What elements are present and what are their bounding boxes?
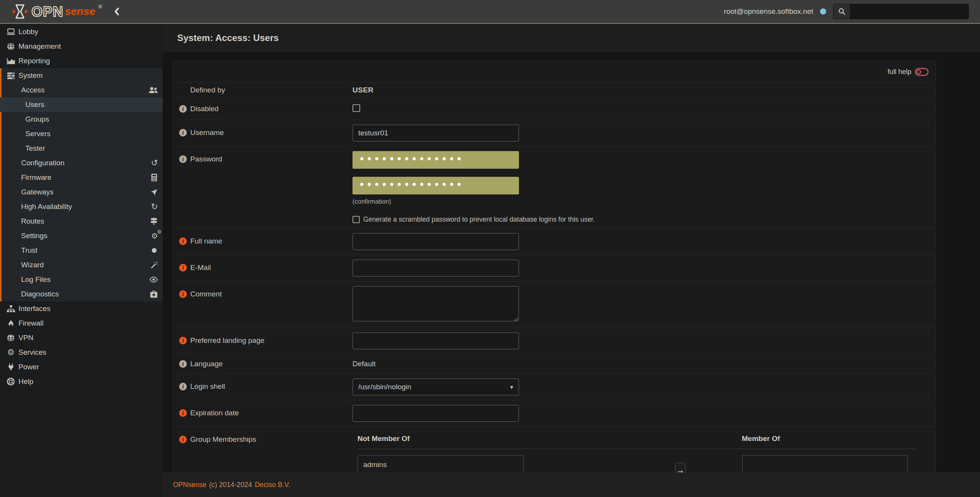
- sidebar-item-reporting[interactable]: Reporting: [0, 54, 163, 68]
- info-icon[interactable]: [179, 105, 187, 113]
- history-icon: ↺: [151, 159, 158, 167]
- sidebar-item-trust[interactable]: Trust: [0, 243, 163, 258]
- scramble-password-option: Generate a scrambled password to prevent…: [352, 216, 929, 224]
- info-icon[interactable]: [179, 129, 187, 137]
- form-row-password: Password •••••••••••••• •••••••••••••• (…: [173, 146, 936, 228]
- location-arrow-icon: [150, 188, 158, 196]
- info-icon[interactable]: [179, 337, 187, 344]
- content: full help Defined by USER: [163, 52, 980, 497]
- info-icon[interactable]: [179, 409, 187, 417]
- full-name-input[interactable]: [352, 233, 519, 250]
- sidebar-item-gateways[interactable]: Gateways: [0, 185, 163, 199]
- sidebar-item-settings[interactable]: Settings ⚙⚙: [0, 229, 163, 243]
- info-icon[interactable]: [179, 383, 187, 390]
- password-input[interactable]: ••••••••••••••: [352, 151, 519, 169]
- sidebar-label: Wizard: [21, 261, 44, 269]
- search-box: [833, 4, 969, 19]
- sidebar-label: Groups: [25, 115, 49, 123]
- form-row-expiration: Expiration date: [173, 400, 936, 426]
- sidebar-item-servers[interactable]: Servers: [0, 127, 163, 141]
- sidebar-item-services[interactable]: ⚙ Services: [0, 345, 163, 360]
- sidebar-label: Interfaces: [18, 304, 50, 313]
- sidebar-item-vpn[interactable]: VPN: [0, 331, 163, 345]
- form-row-language: Language Default: [173, 354, 936, 374]
- scramble-password-checkbox[interactable]: [352, 216, 360, 223]
- confirmation-note: (confirmation): [352, 198, 929, 205]
- comment-textarea-wrap: [352, 286, 519, 323]
- info-icon[interactable]: [179, 290, 187, 298]
- globe-icon: [5, 334, 16, 342]
- info-icon[interactable]: [179, 237, 187, 245]
- password-confirm-input[interactable]: ••••••••••••••: [352, 177, 519, 194]
- medkit-icon: [150, 290, 158, 298]
- sidebar-item-help[interactable]: Help: [0, 374, 163, 389]
- sidebar-item-routes[interactable]: Routes: [0, 214, 163, 229]
- collapse-sidebar-chevron-icon[interactable]: [113, 7, 120, 16]
- info-icon[interactable]: [179, 264, 187, 272]
- field-label-wrap: Login shell: [179, 379, 352, 395]
- group-memberships-label: Group Memberships: [190, 435, 256, 444]
- sidebar-label: System: [18, 71, 43, 80]
- field-value: /usr/sbin/nologin ▾: [352, 379, 929, 395]
- sidebar-item-firewall[interactable]: Firewall: [0, 316, 163, 331]
- username-input[interactable]: [352, 125, 519, 142]
- info-icon[interactable]: [179, 155, 187, 163]
- sidebar-item-firmware[interactable]: Firmware: [0, 170, 163, 185]
- deciso-footer-link[interactable]: Deciso B.V.: [255, 481, 290, 489]
- email-input[interactable]: [352, 260, 519, 276]
- topbar-right: root@opnsense.softbox.net: [724, 4, 969, 19]
- brand-opn: OPN: [31, 5, 63, 19]
- toggle-off-icon: [915, 68, 929, 76]
- main-area: System: Access: Users full help Defined …: [163, 24, 980, 497]
- search-input[interactable]: [850, 4, 968, 19]
- sidebar-item-users[interactable]: Users: [0, 97, 163, 112]
- info-icon[interactable]: [179, 360, 187, 368]
- sidebar-label: Diagnostics: [21, 290, 59, 298]
- sidebar-label: Settings: [21, 232, 48, 240]
- sidebar-label: Users: [25, 100, 44, 109]
- expiration-date-input[interactable]: [352, 405, 519, 422]
- form-row-username: Username: [173, 120, 936, 146]
- sidebar-item-access[interactable]: Access: [0, 83, 163, 97]
- sidebar-label: Tester: [25, 144, 45, 153]
- opnsense-footer-link[interactable]: OPNsense: [173, 481, 206, 489]
- group-headers: Not Member Of Member Of: [357, 431, 929, 443]
- opnsense-logo-icon: [12, 3, 28, 20]
- logged-in-user: root@opnsense.softbox.net: [724, 7, 813, 16]
- sidebar-item-power[interactable]: Power: [0, 360, 163, 374]
- sidebar-item-management[interactable]: Management: [0, 39, 163, 54]
- comment-textarea[interactable]: [352, 286, 519, 321]
- field-value: [352, 405, 929, 422]
- sidebar: Lobby Management Reporting System Access: [0, 24, 163, 497]
- sidebar-label: Trust: [21, 246, 38, 255]
- search-icon[interactable]: [833, 4, 850, 19]
- sidebar-label: Routes: [21, 217, 44, 225]
- sidebar-item-wizard[interactable]: Wizard: [0, 258, 163, 272]
- sidebar-item-groups[interactable]: Groups: [0, 112, 163, 127]
- login-shell-select[interactable]: /usr/sbin/nologin ▾: [352, 379, 519, 395]
- scramble-password-label: Generate a scrambled password to prevent…: [363, 216, 595, 224]
- sidebar-label: Power: [18, 363, 39, 371]
- sidebar-label: Reporting: [18, 57, 50, 65]
- sidebar-item-interfaces[interactable]: Interfaces: [0, 301, 163, 316]
- divider: [357, 449, 916, 449]
- field-label-wrap: Disabled: [179, 105, 352, 113]
- sidebar-label: Gateways: [21, 188, 53, 196]
- member-of-header: Member Of: [742, 434, 780, 443]
- sidebar-item-log-files[interactable]: Log Files: [0, 272, 163, 287]
- sidebar-item-system[interactable]: System: [0, 68, 163, 83]
- sidebar-item-tester[interactable]: Tester: [0, 141, 163, 156]
- group-list-item[interactable]: admins: [358, 458, 523, 472]
- form-row-full-name: Full name: [173, 228, 936, 255]
- full-help-toggle[interactable]: full help: [173, 61, 936, 82]
- sidebar-label: Log Files: [21, 275, 51, 284]
- laptop-icon: [5, 28, 16, 36]
- sidebar-item-configuration[interactable]: Configuration ↺: [0, 156, 163, 170]
- sidebar-item-lobby[interactable]: Lobby: [0, 25, 163, 39]
- sidebar-item-high-availability[interactable]: High Availability ↻: [0, 199, 163, 214]
- sidebar-item-diagnostics[interactable]: Diagnostics: [0, 287, 163, 301]
- landing-page-input[interactable]: [352, 332, 519, 349]
- opnsense-logo[interactable]: OPNsense®: [12, 3, 102, 20]
- info-icon[interactable]: [179, 436, 187, 443]
- disabled-checkbox[interactable]: [352, 104, 360, 112]
